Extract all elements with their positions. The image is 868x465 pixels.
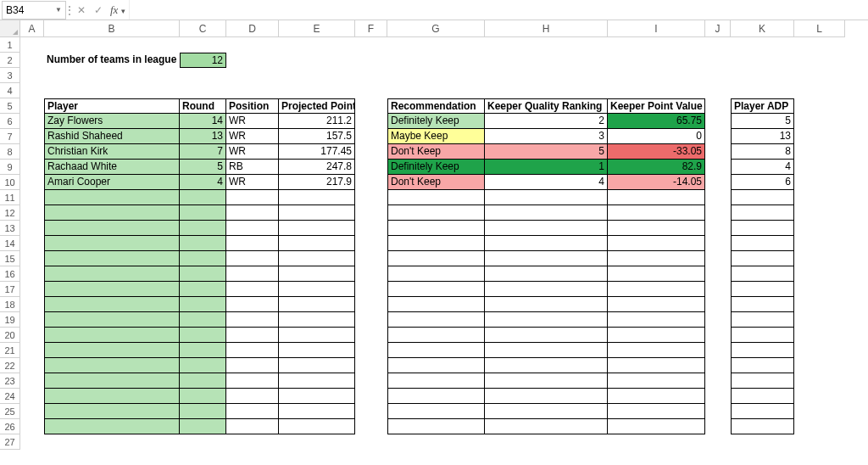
projpoints-value[interactable]: 177.45 xyxy=(279,144,355,160)
cell[interactable] xyxy=(355,129,387,144)
round-value[interactable]: 4 xyxy=(180,175,226,190)
col-header[interactable]: K xyxy=(731,20,794,37)
cell[interactable] xyxy=(44,358,180,373)
cell[interactable] xyxy=(44,419,180,434)
cell[interactable] xyxy=(180,83,226,98)
cell[interactable] xyxy=(180,190,226,205)
row-header[interactable]: 14 xyxy=(0,236,20,251)
row-header[interactable]: 5 xyxy=(0,98,20,114)
cell[interactable] xyxy=(355,312,387,328)
header-player[interactable]: Player xyxy=(44,98,180,114)
cell[interactable] xyxy=(608,328,705,343)
cell[interactable] xyxy=(705,37,731,53)
cell[interactable] xyxy=(387,312,485,328)
spreadsheet-grid[interactable]: A B C D E F G H I J K L 12Number of team… xyxy=(0,20,868,450)
cell[interactable] xyxy=(226,328,279,343)
col-header[interactable]: D xyxy=(226,20,279,37)
cell[interactable] xyxy=(279,83,355,98)
select-all-corner[interactable] xyxy=(0,20,20,37)
cell[interactable] xyxy=(44,312,180,328)
cell[interactable] xyxy=(485,434,608,450)
rec-value[interactable]: Don't Keep xyxy=(387,175,485,190)
cell[interactable] xyxy=(705,160,731,175)
cell[interactable] xyxy=(20,114,44,129)
cell[interactable] xyxy=(355,98,387,114)
row-header[interactable]: 12 xyxy=(0,205,20,221)
cell[interactable] xyxy=(20,266,44,282)
cell[interactable] xyxy=(20,98,44,114)
row-header[interactable]: 10 xyxy=(0,175,20,190)
adp-value[interactable]: 5 xyxy=(731,114,794,129)
cell[interactable] xyxy=(279,312,355,328)
cell[interactable] xyxy=(355,114,387,129)
cell[interactable] xyxy=(20,190,44,205)
cell[interactable] xyxy=(794,434,845,450)
cell[interactable] xyxy=(485,251,608,266)
cell[interactable] xyxy=(608,37,705,53)
cell[interactable] xyxy=(355,266,387,282)
adp-value[interactable]: 8 xyxy=(731,144,794,160)
cell[interactable] xyxy=(608,53,705,68)
cell[interactable] xyxy=(20,373,44,389)
cell[interactable] xyxy=(705,175,731,190)
position-value[interactable]: RB xyxy=(226,160,279,175)
cell[interactable] xyxy=(20,129,44,144)
row-header[interactable]: 25 xyxy=(0,404,20,419)
cell[interactable] xyxy=(608,205,705,221)
cell[interactable] xyxy=(731,68,794,83)
adp-value[interactable]: 6 xyxy=(731,175,794,190)
cell[interactable] xyxy=(226,358,279,373)
cell[interactable] xyxy=(485,358,608,373)
cell[interactable] xyxy=(705,205,731,221)
row-header[interactable]: 20 xyxy=(0,328,20,343)
chevron-down-icon[interactable]: ▼ xyxy=(55,6,62,14)
rec-value[interactable]: Definitely Keep xyxy=(387,114,485,129)
cell[interactable] xyxy=(485,53,608,68)
name-box[interactable]: B34 ▼ xyxy=(2,1,66,20)
cell[interactable] xyxy=(608,434,705,450)
cell[interactable] xyxy=(180,419,226,434)
cell[interactable] xyxy=(355,251,387,266)
cell[interactable] xyxy=(180,328,226,343)
cell[interactable] xyxy=(608,282,705,297)
row-header[interactable]: 27 xyxy=(0,434,20,450)
cell[interactable] xyxy=(226,389,279,404)
cell[interactable] xyxy=(355,282,387,297)
cell[interactable] xyxy=(387,404,485,419)
cell[interactable] xyxy=(355,53,387,68)
cell[interactable] xyxy=(20,434,44,450)
cell[interactable] xyxy=(485,266,608,282)
cell[interactable] xyxy=(20,282,44,297)
cell[interactable] xyxy=(705,389,731,404)
col-header[interactable]: L xyxy=(794,20,845,37)
cell[interactable] xyxy=(355,221,387,236)
cell[interactable] xyxy=(794,373,845,389)
cell[interactable] xyxy=(387,266,485,282)
cell[interactable] xyxy=(226,83,279,98)
cell[interactable] xyxy=(355,83,387,98)
row-header[interactable]: 16 xyxy=(0,266,20,282)
cell[interactable] xyxy=(279,251,355,266)
cell[interactable] xyxy=(485,404,608,419)
cell[interactable] xyxy=(20,404,44,419)
cell[interactable] xyxy=(20,251,44,266)
col-header[interactable]: B xyxy=(44,20,180,37)
rec-value[interactable]: Don't Keep xyxy=(387,144,485,160)
row-header[interactable]: 3 xyxy=(0,68,20,83)
cell[interactable] xyxy=(705,266,731,282)
cell[interactable] xyxy=(485,297,608,312)
cell[interactable] xyxy=(731,205,794,221)
cell[interactable] xyxy=(731,221,794,236)
cell[interactable] xyxy=(794,83,845,98)
cell[interactable] xyxy=(20,236,44,251)
cell[interactable] xyxy=(279,404,355,419)
row-header[interactable]: 2 xyxy=(0,53,20,68)
cell[interactable] xyxy=(44,404,180,419)
cell[interactable] xyxy=(731,373,794,389)
cell[interactable] xyxy=(226,312,279,328)
cell[interactable] xyxy=(387,221,485,236)
cell[interactable] xyxy=(279,419,355,434)
cell[interactable] xyxy=(387,328,485,343)
row-header[interactable]: 9 xyxy=(0,160,20,175)
cell[interactable] xyxy=(279,37,355,53)
